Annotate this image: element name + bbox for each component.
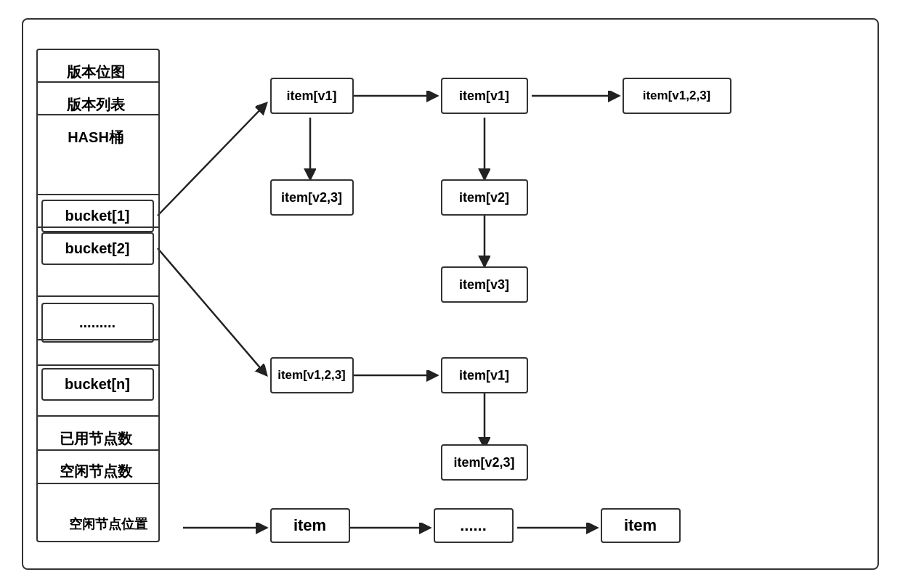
node-item-v2-b: item[v2] (441, 179, 528, 216)
diagram-container: 版本位图 版本列表 HASH桶 bucket[1] bucket[2] ....… (22, 18, 879, 570)
node-item-v2-3-a: item[v2,3] (270, 179, 354, 216)
node-item-v1-c: item[v1] (441, 357, 528, 393)
label-hash-bucket: HASH桶 (38, 121, 154, 154)
node-item-v1-2-3-right: item[v1,2,3] (623, 78, 731, 114)
label-free-pos: 空闲节点位置 (38, 507, 179, 540)
node-item-v1-2-3-left: item[v1,2,3] (270, 357, 354, 393)
node-item-v2-3-b: item[v2,3] (441, 444, 528, 481)
label-bucket-2: bucket[2] (41, 232, 154, 265)
node-item-a: item (270, 508, 350, 543)
node-item-v1-a: item[v1] (270, 78, 354, 114)
label-bucket-n: bucket[n] (41, 368, 154, 401)
svg-line-1 (158, 103, 267, 216)
node-item-v1-b: item[v1] (441, 78, 528, 114)
label-banben-list: 版本列表 (38, 89, 154, 121)
label-banben-bitmap: 版本位图 (38, 56, 154, 89)
node-item-b: item (601, 508, 681, 543)
node-ellipsis: ...... (434, 508, 514, 543)
label-ellipsis: ......... (41, 303, 154, 343)
svg-line-2 (158, 248, 267, 375)
node-item-v3: item[v3] (441, 266, 528, 303)
